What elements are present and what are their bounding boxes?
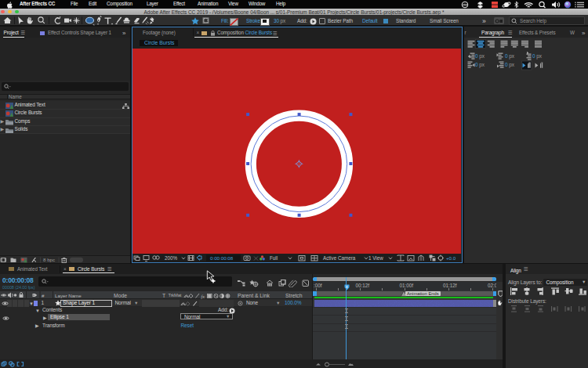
svg-text:+0.0: +0.0: [446, 254, 456, 260]
svg-text:fx: fx: [201, 294, 205, 299]
svg-text:#: #: [42, 293, 45, 298]
svg-text:0:00:00:08: 0:00:00:08: [210, 254, 234, 260]
svg-text:1 View: 1 View: [368, 254, 383, 260]
svg-text:Active Camera: Active Camera: [323, 254, 356, 260]
svg-text:8 bpc: 8 bpc: [43, 257, 55, 262]
svg-text:Full: Full: [270, 254, 278, 260]
svg-text:200%: 200%: [165, 255, 178, 261]
svg-text:Layer Name: Layer Name: [55, 293, 82, 298]
